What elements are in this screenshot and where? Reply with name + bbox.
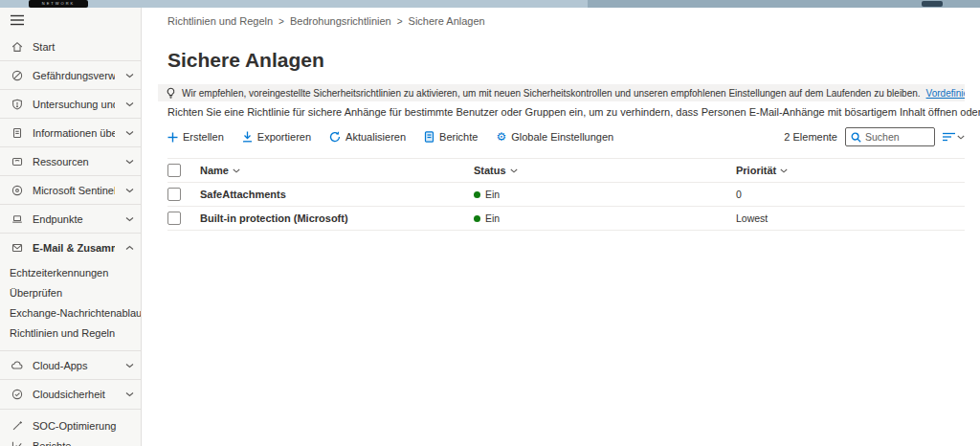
breadcrumb-current-sichere-anlagen[interactable]: Sichere Anlagen <box>409 15 485 27</box>
shield-alert-icon <box>10 97 24 111</box>
sidebar-item-cloudsicherheit[interactable]: Cloudsicherheit <box>0 380 141 409</box>
sidebar-item-endpunkte[interactable]: Endpunkte <box>0 205 141 233</box>
status-badge: Ein <box>474 189 736 200</box>
column-header-status-label: Status <box>474 165 506 176</box>
home-icon <box>10 39 24 54</box>
chevron-down-icon <box>123 216 135 222</box>
refresh-button[interactable]: Aktualisieren <box>329 131 406 143</box>
download-icon <box>242 131 253 143</box>
table-row[interactable]: SafeAttachments Ein 0 <box>167 183 965 207</box>
sidebar-item-label: Gefährdungsverwaltung <box>33 70 115 81</box>
row-checkbox[interactable] <box>167 188 181 201</box>
column-header-status[interactable]: Status <box>474 165 736 176</box>
chevron-down-icon <box>123 130 135 136</box>
main-content: Richtlinien und Regeln > Bedrohungsricht… <box>143 8 980 446</box>
cloud-security-icon <box>10 388 24 402</box>
banner-link-vordefinierte-sicherheitsrichtlinien[interactable]: Vordefinierte Sicherheitsrichtlinien anz… <box>926 88 965 99</box>
sidebar-divider <box>0 409 141 410</box>
sidebar-item-label: Berichte <box>33 440 135 446</box>
toolbar-right: 2 Elemente <box>784 127 965 146</box>
banner-text: Wir empfehlen, voreingestellte Sicherhei… <box>182 88 921 99</box>
sidebar-item-microsoft-sentinel[interactable]: Microsoft Sentinel <box>0 176 141 204</box>
nav-collapse-button[interactable] <box>0 8 141 33</box>
sort-chevron-icon <box>233 168 240 173</box>
breadcrumb-separator: > <box>278 16 284 27</box>
customize-columns-button[interactable] <box>943 132 965 142</box>
sidebar-item-label: Ressourcen <box>33 156 115 167</box>
left-navigation: Start Gefährdungsverwaltung Untersuchung… <box>0 8 142 446</box>
refresh-button-label: Aktualisieren <box>345 131 406 143</box>
status-badge: Ein <box>474 212 736 224</box>
sidebar-subitem-richtlinien-und-regeln[interactable]: Richtlinien und Regeln <box>0 323 141 343</box>
status-on-dot <box>474 191 480 198</box>
status-label: Ein <box>485 189 500 200</box>
sidebar-subitem-ueberpruefen[interactable]: Überprüfen <box>0 282 141 302</box>
sidebar-item-informationen-ueber-bedrohungen[interactable]: Informationen über Bedrohu <box>0 119 141 146</box>
export-button-label: Exportieren <box>257 131 311 143</box>
sidebar-item-label: E-Mail & Zusammenarbeit <box>33 242 115 254</box>
browser-top-strip: NETWORK <box>0 0 980 8</box>
chart-icon <box>10 438 24 446</box>
sidebar-item-soc-optimierung[interactable]: SOC-Optimierung <box>0 415 141 435</box>
sentinel-icon <box>10 183 24 197</box>
sidebar-item-email-zusammenarbeit[interactable]: E-Mail & Zusammenarbeit <box>0 234 141 262</box>
breadcrumb-link-bedrohungsrichtlinien[interactable]: Bedrohungsrichtlinien <box>290 15 391 27</box>
chevron-up-icon <box>123 245 135 251</box>
status-label: Ein <box>485 212 500 224</box>
chevron-down-icon <box>123 101 135 107</box>
priority-value: 0 <box>736 189 742 200</box>
sidebar-item-ressourcen[interactable]: Ressourcen <box>0 147 141 175</box>
column-header-name[interactable]: Name <box>200 165 474 176</box>
sidebar-item-berichte[interactable]: Berichte <box>0 435 141 446</box>
sidebar-item-gefaehrdungsverwaltung[interactable]: Gefährdungsverwaltung <box>0 61 141 89</box>
toolbar: Erstellen Exportieren Aktualisieren Beri… <box>167 127 965 146</box>
column-header-name-label: Name <box>200 165 229 176</box>
create-button[interactable]: Erstellen <box>167 131 224 143</box>
column-header-priority[interactable]: Priorität <box>736 165 965 176</box>
sidebar-subitem-echtzeiterkennungen[interactable]: Echtzeiterkennungen <box>0 262 141 282</box>
mail-icon <box>10 241 24 256</box>
sidebar-item-cloud-apps[interactable]: Cloud-Apps <box>0 351 141 379</box>
sidebar-item-untersuchung-und-antwort[interactable]: Untersuchung und Antwort <box>0 90 141 118</box>
search-box[interactable] <box>845 127 935 146</box>
sidebar-item-label: SOC-Optimierung <box>33 420 135 432</box>
sidebar-subitem-exchange-nachrichtenablaufverfolgung[interactable]: Exchange-Nachrichtenablaufverfolgung <box>0 302 141 323</box>
breadcrumb-link-richtlinien-und-regeln[interactable]: Richtlinien und Regeln <box>167 15 273 27</box>
policy-name-link[interactable]: SafeAttachments <box>200 189 286 200</box>
page-title: Sichere Anlagen <box>143 27 980 72</box>
select-all-checkbox[interactable] <box>167 164 181 177</box>
endpoints-laptop-icon <box>10 212 24 226</box>
table-row[interactable]: Built-in protection (Microsoft) Ein Lowe… <box>167 207 965 231</box>
sidebar-item-label: Untersuchung und Antwort <box>33 99 115 110</box>
create-button-label: Erstellen <box>183 131 224 143</box>
threat-intel-document-icon <box>10 125 24 140</box>
sidebar-item-label: Informationen über Bedrohu <box>33 127 115 139</box>
status-on-dot <box>474 215 480 222</box>
sidebar-item-label: Cloudsicherheit <box>33 389 115 400</box>
reports-button-label: Berichte <box>439 131 478 143</box>
global-settings-button-label: Globale Einstellungen <box>511 131 613 143</box>
column-header-priority-label: Priorität <box>736 165 776 176</box>
hamburger-icon <box>10 13 24 28</box>
sidebar-item-label: Endpunkte <box>33 213 115 225</box>
reports-button[interactable]: Berichte <box>424 131 478 143</box>
wand-icon <box>10 418 24 433</box>
global-settings-button[interactable]: ⚙ Globale Einstellungen <box>496 131 613 143</box>
search-icon <box>851 132 861 143</box>
customize-columns-icon <box>943 132 955 142</box>
chevron-down-icon <box>123 159 135 165</box>
table-header-row: Name Status Pr <box>167 159 965 183</box>
export-button[interactable]: Exportieren <box>242 131 311 143</box>
watermark-badge: NETWORK <box>29 0 88 8</box>
refresh-icon <box>329 131 341 143</box>
row-checkbox[interactable] <box>167 212 181 225</box>
breadcrumb: Richtlinien und Regeln > Bedrohungsricht… <box>143 8 980 27</box>
search-input[interactable] <box>865 131 926 143</box>
sidebar-item-start[interactable]: Start <box>0 33 141 60</box>
lightbulb-icon <box>166 87 176 99</box>
policy-name-link[interactable]: Built-in protection (Microsoft) <box>200 212 348 224</box>
description-text: Richten Sie eine Richtlinie für sichere … <box>167 106 980 118</box>
sort-chevron-icon <box>510 168 518 173</box>
items-count: 2 Elemente <box>784 131 837 143</box>
plus-icon <box>167 132 178 143</box>
